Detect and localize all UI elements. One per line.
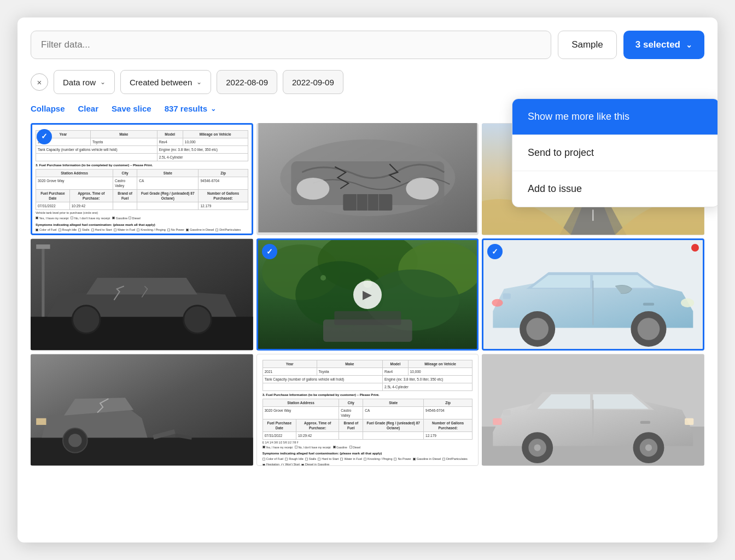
show-more-like-this-option[interactable]: Show me more like this xyxy=(512,99,718,135)
state-label: State xyxy=(137,169,199,177)
grid-item[interactable]: ✓ xyxy=(256,238,479,351)
engine-label-d2: Engine (ex: 3.8 liter, 5.0 liter, 350 et… xyxy=(383,376,472,383)
receipt-yes: Yes, I have my receipt xyxy=(36,217,68,221)
svg-rect-30 xyxy=(643,303,654,306)
model-label-d2: Model xyxy=(383,360,409,368)
video-play-button[interactable]: ▶ xyxy=(353,281,382,309)
purchase-date-label: Fuel Purchase Date xyxy=(36,190,70,202)
svg-rect-35 xyxy=(503,293,511,299)
svg-rect-17 xyxy=(36,244,50,249)
remove-filter-button[interactable]: × xyxy=(31,73,48,91)
row-type-filter[interactable]: Data row ⌄ xyxy=(54,70,115,94)
fuel-grade-val xyxy=(137,202,199,210)
model-val: Rav4 xyxy=(157,138,183,146)
pd-label-d2: Fuel Purchase Date xyxy=(262,419,296,432)
symptoms-row-d2: Color of Fuel Rough Idle Stalls Hard to … xyxy=(262,457,473,466)
city-label-d2: City xyxy=(339,399,363,406)
selection-check: ✓ xyxy=(262,244,277,259)
gallons-val: 12.179 xyxy=(199,202,248,210)
created-between-filter[interactable]: Created between ⌄ xyxy=(120,70,211,94)
chevron-down-icon: ⌄ xyxy=(100,78,106,86)
svg-point-54 xyxy=(645,445,652,451)
at-label-d2: Approx. Time of Purchase: xyxy=(296,419,339,432)
filter-row: × Data row ⌄ Created between ⌄ 2022-08-0… xyxy=(31,70,704,94)
svg-rect-48 xyxy=(640,421,650,424)
receipt-row: Yes, I have my receipt No, I don't have … xyxy=(36,217,248,221)
grid-item[interactable]: ✓ xyxy=(482,238,704,351)
svg-point-27 xyxy=(320,275,326,281)
grid-item[interactable] xyxy=(31,238,253,351)
svg-rect-16 xyxy=(42,244,44,317)
tank-val xyxy=(36,154,158,161)
svg-point-32 xyxy=(527,318,549,340)
svg-point-37 xyxy=(492,299,503,307)
mileage-label-d2: Mileage on Vehicle xyxy=(408,360,472,368)
state-val-d2: CA xyxy=(363,406,424,419)
symptoms-d2: Symptoms indicating alleged fuel contami… xyxy=(262,451,473,456)
fg-label-d2: Fuel Grade (Reg / (unleaded) 87 Octane) xyxy=(363,419,424,432)
date-to-chip[interactable]: 2022-09-09 xyxy=(283,70,343,94)
status-dot xyxy=(691,244,699,252)
selected-button[interactable]: 3 selected ⌄ xyxy=(623,31,704,59)
purchase-date-val: 07/31/2022 xyxy=(36,202,70,210)
svg-rect-57 xyxy=(685,418,693,425)
date-from-label: 2022-08-09 xyxy=(226,78,268,87)
send-to-project-option[interactable]: Send to project xyxy=(512,135,718,171)
grid-item[interactable] xyxy=(482,354,704,466)
svg-rect-13 xyxy=(31,317,253,350)
date-from-chip[interactable]: 2022-08-09 xyxy=(217,70,277,94)
grid-item[interactable]: ✓ Year Make Model Mileage on Vehicle 202… xyxy=(31,123,253,235)
svg-point-51 xyxy=(534,445,541,451)
receipt-row-d2: Yes, I have my receipt No, I don't have … xyxy=(262,446,473,450)
mileage-val: 10,000 xyxy=(183,138,248,146)
addr-label-d2: Station Address xyxy=(262,399,339,406)
engine-label: Engine (ex: 3.8 liter, 5.0 liter, 350 et… xyxy=(157,146,248,154)
add-to-issue-option[interactable]: Add to issue xyxy=(512,171,718,207)
fg-val-d2 xyxy=(363,432,424,440)
grid-item[interactable] xyxy=(31,354,253,466)
brand-label-d2: Brand of Fuel xyxy=(339,419,363,432)
filter-input[interactable] xyxy=(31,31,551,59)
tank-label: Tank Capacity (number of gallons vehicle… xyxy=(36,146,158,154)
svg-point-14 xyxy=(72,306,100,334)
model-val-d2: Rav4 xyxy=(383,368,409,376)
svg-rect-25 xyxy=(334,311,401,325)
at-val-d2: 10:29:42 xyxy=(296,432,339,440)
section3-d2: 3. Fuel Purchase Information (to be comp… xyxy=(262,393,473,397)
collapse-button[interactable]: Collapse xyxy=(31,104,65,113)
svg-point-43 xyxy=(68,434,81,447)
year-val-d2: 2021 xyxy=(262,368,317,376)
year-label-d2: Year xyxy=(262,360,317,368)
chevron-down-icon: ⌄ xyxy=(686,40,692,49)
svg-rect-44 xyxy=(36,418,46,425)
results-row: Collapse Clear Save slice 837 results ⌄ … xyxy=(31,104,704,113)
main-window: Sample 3 selected ⌄ × Data row ⌄ Created… xyxy=(18,18,718,542)
make-label-d2: Make xyxy=(317,360,382,368)
tank-val-d2 xyxy=(262,383,382,391)
clear-button[interactable]: Clear xyxy=(78,104,99,113)
fuel-grade-label: Fuel Grade (Reg / (unleaded) 87 Octane) xyxy=(137,190,199,202)
brand-val xyxy=(113,202,137,210)
mileage-val-d2: 10,000 xyxy=(408,368,472,376)
count-label: 837 results xyxy=(165,104,207,113)
pd-val-d2: 07/31/2022 xyxy=(262,432,296,440)
mileage-col: Mileage on Vehicle xyxy=(183,131,248,138)
chevron-down-icon: ⌄ xyxy=(196,78,202,86)
row-type-label: Data row xyxy=(63,78,96,87)
station-address-label: Station Address xyxy=(36,169,113,177)
grid-item[interactable] xyxy=(256,123,479,235)
results-count[interactable]: 837 results ⌄ xyxy=(165,104,216,113)
zip-label: Zip xyxy=(199,169,248,177)
save-slice-button[interactable]: Save slice xyxy=(112,104,151,113)
city-val: Castro Valley xyxy=(113,177,137,189)
actions-dropdown: Show me more like this Send to project A… xyxy=(512,98,718,207)
symptoms-label: Symptoms indicating alleged fuel contami… xyxy=(36,223,248,227)
svg-rect-56 xyxy=(493,418,502,425)
address-val: 3020 Grove Way xyxy=(36,177,113,189)
sample-button[interactable]: Sample xyxy=(558,31,617,59)
receipt-no: No, I don't have my receipt xyxy=(71,217,110,221)
brand-val-d2 xyxy=(339,432,363,440)
crash-dark-image xyxy=(31,238,253,351)
grid-item[interactable]: Year Make Model Mileage on Vehicle 2021 … xyxy=(256,354,479,466)
fuel-type: Gasoline Diesel xyxy=(112,217,141,221)
